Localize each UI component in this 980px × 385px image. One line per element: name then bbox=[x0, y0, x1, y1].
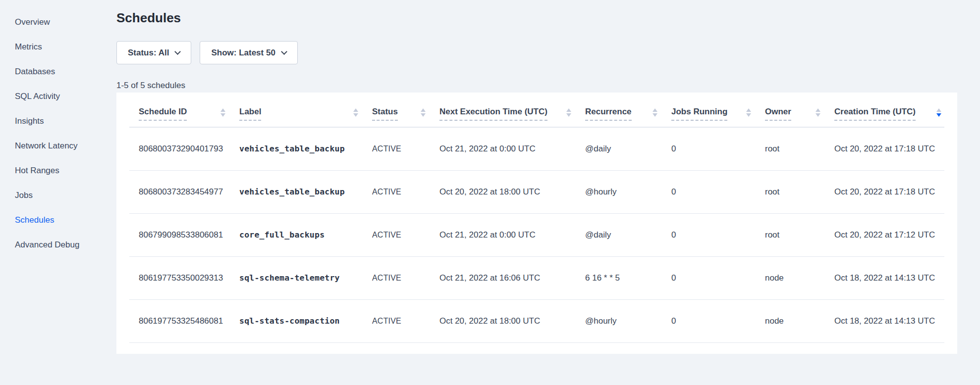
cell-schedule-id: 806800373283454977 bbox=[129, 170, 239, 213]
status-filter-dropdown[interactable]: Status: All bbox=[116, 41, 191, 64]
column-header-label[interactable]: Label bbox=[239, 93, 372, 127]
cell-jobs-running: 0 bbox=[671, 170, 765, 213]
column-header-next-execution[interactable]: Next Execution Time (UTC) bbox=[439, 93, 585, 127]
sidebar-item-databases[interactable]: Databases bbox=[15, 66, 116, 77]
chevron-down-icon bbox=[175, 48, 181, 55]
schedules-table: Schedule IDLabelStatusNext Execution Tim… bbox=[129, 93, 944, 343]
sort-icon[interactable] bbox=[746, 108, 751, 119]
cell-schedule-id: 806197753325486081 bbox=[129, 299, 239, 342]
sort-up-arrow bbox=[936, 108, 941, 112]
sidebar-item-network-latency[interactable]: Network Latency bbox=[15, 141, 116, 151]
cell-next-execution: Oct 21, 2022 at 16:06 UTC bbox=[439, 256, 585, 299]
cell-status: ACTIVE bbox=[372, 170, 439, 213]
column-header-creation-time[interactable]: Creation Time (UTC) bbox=[834, 93, 944, 127]
column-label: Label bbox=[239, 106, 261, 121]
sidebar-item-sql-activity[interactable]: SQL Activity bbox=[15, 91, 116, 102]
filter-bar: Status: All Show: Latest 50 bbox=[116, 41, 957, 64]
cell-owner: root bbox=[765, 213, 834, 256]
sort-icon[interactable] bbox=[421, 108, 426, 119]
app-window: OverviewMetricsDatabasesSQL ActivityInsi… bbox=[0, 0, 980, 385]
sidebar-item-hot-ranges[interactable]: Hot Ranges bbox=[15, 165, 116, 176]
sort-icon[interactable] bbox=[353, 108, 358, 119]
sort-down-arrow bbox=[936, 113, 941, 117]
sort-up-arrow bbox=[566, 108, 571, 112]
cell-owner: root bbox=[765, 170, 834, 213]
table-row: 806800373283454977vehicles_table_backupA… bbox=[129, 170, 944, 213]
sidebar: OverviewMetricsDatabasesSQL ActivityInsi… bbox=[0, 0, 116, 385]
cell-status: ACTIVE bbox=[372, 213, 439, 256]
sidebar-item-insights[interactable]: Insights bbox=[15, 116, 116, 127]
sort-icon[interactable] bbox=[653, 108, 657, 119]
cell-recurrence: @daily bbox=[585, 213, 671, 256]
column-label: Next Execution Time (UTC) bbox=[439, 106, 547, 121]
sidebar-item-jobs[interactable]: Jobs bbox=[15, 190, 116, 201]
cell-schedule-id: 806800373290401793 bbox=[129, 127, 239, 170]
table-row: 806197753350029313sql-schema-telemetryAC… bbox=[129, 256, 944, 299]
cell-creation-time: Oct 20, 2022 at 17:18 UTC bbox=[834, 170, 944, 213]
cell-next-execution: Oct 20, 2022 at 18:00 UTC bbox=[439, 299, 585, 342]
sort-up-arrow bbox=[421, 108, 426, 112]
sort-icon[interactable] bbox=[936, 108, 941, 119]
sort-up-arrow bbox=[816, 108, 820, 112]
column-label: Status bbox=[372, 106, 398, 121]
cell-label: sql-schema-telemetry bbox=[239, 256, 372, 299]
table-row: 806197753325486081sql-stats-compactionAC… bbox=[129, 299, 944, 342]
cell-next-execution: Oct 20, 2022 at 18:00 UTC bbox=[439, 170, 585, 213]
column-label: Jobs Running bbox=[671, 106, 727, 121]
cell-label: sql-stats-compaction bbox=[239, 299, 372, 342]
sort-up-arrow bbox=[220, 108, 225, 112]
cell-creation-time: Oct 18, 2022 at 14:13 UTC bbox=[834, 256, 944, 299]
cell-jobs-running: 0 bbox=[671, 213, 765, 256]
sort-icon[interactable] bbox=[566, 108, 571, 119]
column-header-owner[interactable]: Owner bbox=[765, 93, 834, 127]
column-header-schedule-id[interactable]: Schedule ID bbox=[129, 93, 239, 127]
cell-owner: node bbox=[765, 256, 834, 299]
show-filter-dropdown[interactable]: Show: Latest 50 bbox=[200, 41, 297, 64]
cell-creation-time: Oct 20, 2022 at 17:18 UTC bbox=[834, 127, 944, 170]
cell-recurrence: @hourly bbox=[585, 299, 671, 342]
column-label: Creation Time (UTC) bbox=[834, 106, 916, 121]
cell-status: ACTIVE bbox=[372, 299, 439, 342]
sort-up-arrow bbox=[653, 108, 657, 112]
results-count: 1-5 of 5 schedules bbox=[116, 81, 957, 91]
column-header-status[interactable]: Status bbox=[372, 93, 439, 127]
cell-jobs-running: 0 bbox=[671, 256, 765, 299]
cell-recurrence: 6 16 * * 5 bbox=[585, 256, 671, 299]
sort-down-arrow bbox=[421, 113, 426, 117]
cell-next-execution: Oct 21, 2022 at 0:00 UTC bbox=[439, 213, 585, 256]
cell-label: core_full_backups bbox=[239, 213, 372, 256]
schedules-table-card: Schedule IDLabelStatusNext Execution Tim… bbox=[116, 93, 957, 354]
sidebar-item-advanced-debug[interactable]: Advanced Debug bbox=[15, 240, 116, 250]
sort-down-arrow bbox=[653, 113, 657, 117]
cell-status: ACTIVE bbox=[372, 256, 439, 299]
cell-jobs-running: 0 bbox=[671, 299, 765, 342]
main-content: Schedules Status: All Show: Latest 50 1-… bbox=[116, 0, 980, 385]
status-filter-label: Status: All bbox=[128, 48, 169, 58]
sort-down-arrow bbox=[566, 113, 571, 117]
sidebar-item-schedules[interactable]: Schedules bbox=[15, 215, 116, 226]
show-filter-label: Show: Latest 50 bbox=[211, 48, 275, 58]
sort-down-arrow bbox=[353, 113, 358, 117]
sort-icon[interactable] bbox=[220, 108, 225, 119]
cell-next-execution: Oct 21, 2022 at 0:00 UTC bbox=[439, 127, 585, 170]
cell-creation-time: Oct 18, 2022 at 14:13 UTC bbox=[834, 299, 944, 342]
sort-up-arrow bbox=[353, 108, 358, 112]
table-header: Schedule IDLabelStatusNext Execution Tim… bbox=[129, 93, 944, 127]
table-row: 806799098533806081core_full_backupsACTIV… bbox=[129, 213, 944, 256]
sort-icon[interactable] bbox=[816, 108, 820, 119]
column-header-recurrence[interactable]: Recurrence bbox=[585, 93, 671, 127]
cell-recurrence: @daily bbox=[585, 127, 671, 170]
cell-status: ACTIVE bbox=[372, 127, 439, 170]
cell-label: vehicles_table_backup bbox=[239, 127, 372, 170]
cell-owner: node bbox=[765, 299, 834, 342]
sort-down-arrow bbox=[746, 113, 751, 117]
sidebar-item-overview[interactable]: Overview bbox=[15, 17, 116, 28]
page-title: Schedules bbox=[116, 10, 957, 26]
column-label: Recurrence bbox=[585, 106, 632, 121]
sidebar-item-metrics[interactable]: Metrics bbox=[15, 42, 116, 52]
column-header-jobs-running[interactable]: Jobs Running bbox=[671, 93, 765, 127]
cell-recurrence: @hourly bbox=[585, 170, 671, 213]
column-label: Schedule ID bbox=[139, 106, 187, 121]
chevron-down-icon bbox=[281, 48, 287, 55]
cell-jobs-running: 0 bbox=[671, 127, 765, 170]
